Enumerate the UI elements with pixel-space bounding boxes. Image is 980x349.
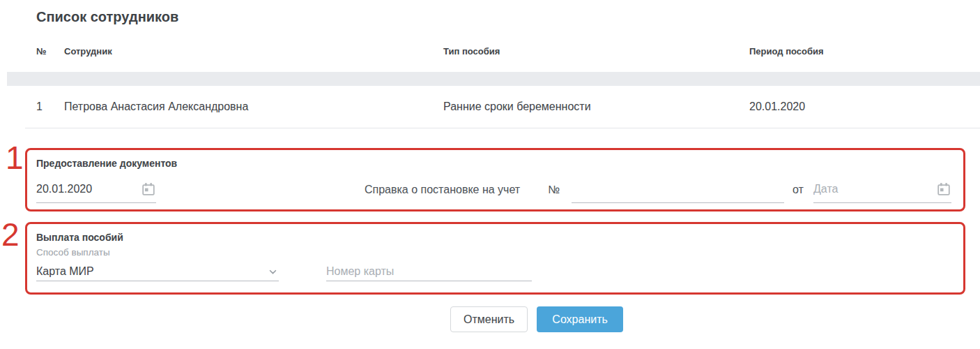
cell-num: 1 <box>36 101 64 113</box>
certificate-number-label: № <box>548 184 560 196</box>
action-buttons: Отменить Сохранить <box>450 306 623 332</box>
cancel-button[interactable]: Отменить <box>450 306 528 332</box>
col-header-employee: Сотрудник <box>64 46 443 60</box>
annotation-number-2: 2 <box>1 218 20 251</box>
table-separator-band <box>7 72 980 86</box>
cell-benefit-type: Ранние сроки беременности <box>443 101 749 113</box>
card-number-field <box>326 262 532 281</box>
calendar-icon[interactable] <box>936 181 951 197</box>
cell-employee: Петрова Анастасия Александровна <box>64 101 443 113</box>
documents-section: Предоставление документов Справка о пост… <box>25 148 965 211</box>
certificate-number-field <box>572 176 784 203</box>
payment-method-label: Способ выплаты <box>36 247 110 258</box>
certificate-label: Справка о постановке на учет <box>365 184 520 196</box>
page-title: Список сотрудников <box>36 9 178 25</box>
certificate-date-input[interactable] <box>813 183 936 195</box>
save-button[interactable]: Сохранить <box>537 306 623 332</box>
col-header-benefit-type: Тип пособия <box>443 46 749 60</box>
annotation-number-1: 1 <box>6 142 24 174</box>
certificate-number-input[interactable] <box>572 183 784 195</box>
cell-benefit-period: 20.01.2020 <box>749 101 980 113</box>
documents-date-input[interactable] <box>36 183 141 195</box>
page: Список сотрудников № Сотрудник Тип пособ… <box>0 0 980 349</box>
payment-section: Выплата пособий Способ выплаты Карта МИР <box>25 222 965 295</box>
documents-date-field <box>36 176 156 203</box>
calendar-icon[interactable] <box>141 181 156 197</box>
payment-section-title: Выплата пособий <box>36 232 123 243</box>
col-header-num: № <box>36 46 64 60</box>
table-row-divider <box>25 128 980 128</box>
payment-method-value: Карта МИР <box>36 265 94 278</box>
documents-section-title: Предоставление документов <box>36 158 177 169</box>
from-label: от <box>793 184 804 196</box>
certificate-date-field <box>813 176 951 203</box>
chevron-down-icon <box>267 266 279 278</box>
payment-method-select[interactable]: Карта МИР <box>36 262 279 281</box>
col-header-benefit-period: Период пособия <box>749 46 980 60</box>
card-number-input[interactable] <box>326 265 532 278</box>
table-header-row: № Сотрудник Тип пособия Период пособия <box>0 46 980 60</box>
table-row[interactable]: 1 Петрова Анастасия Александровна Ранние… <box>0 86 980 128</box>
